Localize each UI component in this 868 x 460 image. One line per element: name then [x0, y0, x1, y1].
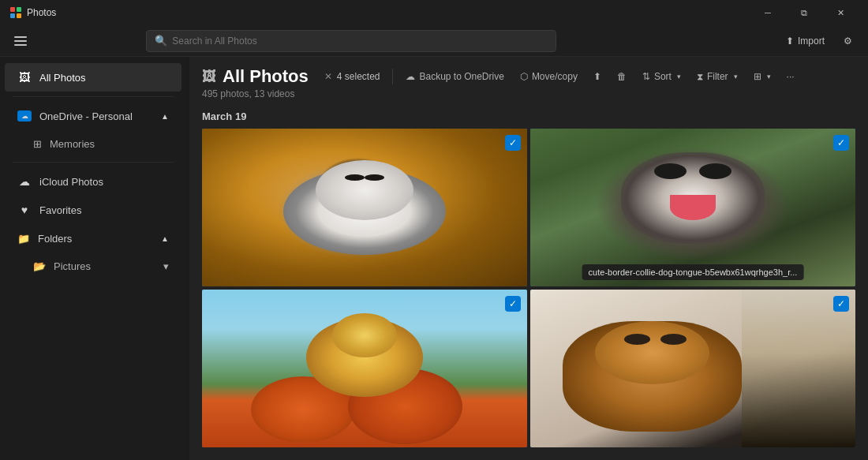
content-area: 🖼 All Photos ✕ 4 selected ☁ Backup to On…: [189, 57, 868, 460]
more-button[interactable]: ···: [780, 68, 801, 85]
search-icon: 🔍: [155, 35, 167, 47]
sidebar-item-favorites[interactable]: ♥ Favorites: [5, 196, 181, 224]
photo-checkbox-2[interactable]: ✓: [833, 135, 849, 151]
svg-rect-6: [14, 44, 27, 46]
photo-item-3[interactable]: ✓: [202, 290, 527, 447]
heart-icon: ♥: [17, 204, 32, 216]
photo-item-4[interactable]: ✓: [530, 290, 855, 447]
sidebar-item-onedrive[interactable]: ☁ OneDrive - Personal ▲: [5, 102, 181, 130]
delete-button[interactable]: 🗑: [611, 68, 633, 85]
onedrive-icon: ☁: [17, 110, 32, 122]
search-input[interactable]: [172, 36, 548, 47]
close-selection-icon[interactable]: ✕: [324, 71, 332, 82]
move-icon: ⬡: [520, 71, 528, 82]
main-layout: 🖼 All Photos ☁ OneDrive - Personal ▲ ⊞ M…: [0, 57, 868, 460]
sidebar-divider-1: [13, 96, 174, 97]
delete-icon: 🗑: [617, 71, 627, 82]
all-photos-label: All Photos: [39, 72, 86, 84]
photo-checkbox-3[interactable]: ✓: [505, 296, 521, 312]
sort-icon: ⇅: [642, 71, 650, 82]
photo-grid: ✓ ✓ cute-border-collie-dog-tongue-b5ewbx…: [189, 129, 868, 460]
title-icon: 🖼: [202, 69, 216, 85]
share-button[interactable]: ⬆: [587, 68, 608, 85]
photos-icon: 🖼: [17, 71, 32, 84]
svg-rect-4: [14, 36, 27, 38]
title-row: 🖼 All Photos ✕ 4 selected ☁ Backup to On…: [202, 66, 855, 87]
sidebar: 🖼 All Photos ☁ OneDrive - Personal ▲ ⊞ M…: [0, 57, 186, 460]
filter-icon: ⧗: [697, 71, 703, 82]
menu-icon: [14, 36, 27, 46]
svg-rect-3: [17, 13, 21, 18]
photo-item-1[interactable]: ✓: [202, 129, 527, 286]
title-text: All Photos: [223, 66, 309, 87]
photo-item-2[interactable]: ✓ cute-border-collie-dog-tongue-b5ewbx61…: [530, 129, 855, 286]
settings-icon: ⚙: [844, 36, 852, 47]
selected-count-label: 4 selected: [337, 71, 380, 82]
sidebar-item-all-photos[interactable]: 🖼 All Photos: [5, 63, 181, 92]
sort-label: Sort: [654, 71, 672, 82]
chevron-up-icon-2: ▲: [161, 234, 169, 243]
selection-count: ✕ 4 selected: [324, 71, 380, 82]
icloud-icon: ☁: [17, 175, 32, 188]
minimize-button[interactable]: ─: [750, 0, 786, 25]
sidebar-divider-2: [13, 162, 174, 163]
divider-1: [392, 69, 393, 84]
close-button[interactable]: ✕: [822, 0, 859, 25]
chevron-down-icon: ▾: [163, 260, 169, 272]
svg-rect-5: [14, 40, 27, 42]
sidebar-item-folders[interactable]: 📁 Folders ▲: [5, 224, 181, 252]
folders-label: Folders: [38, 233, 72, 245]
memories-label: Memories: [50, 138, 95, 150]
memories-icon: ⊞: [33, 138, 42, 150]
section-date: March 19: [189, 106, 868, 129]
import-icon: ⬆: [786, 36, 794, 47]
icloud-label: iCloud Photos: [39, 176, 103, 188]
search-bar[interactable]: 🔍: [146, 30, 556, 52]
import-label: Import: [798, 36, 825, 47]
pictures-label: Pictures: [54, 260, 91, 272]
move-copy-label: Move/copy: [532, 71, 578, 82]
folder-icon: 📁: [17, 233, 30, 245]
photos-app-icon: [9, 6, 22, 19]
view-icon: ⊞: [754, 71, 761, 82]
app-title: Photos: [27, 7, 56, 18]
sidebar-item-icloud[interactable]: ☁ iCloud Photos: [5, 167, 181, 196]
favorites-label: Favorites: [39, 204, 81, 216]
onedrive-label: OneDrive - Personal: [39, 110, 133, 122]
settings-button[interactable]: ⚙: [837, 32, 859, 50]
backup-label: Backup to OneDrive: [419, 71, 503, 82]
photo-checkbox-1[interactable]: ✓: [505, 135, 521, 151]
sort-button[interactable]: ⇅ Sort: [636, 68, 687, 85]
backup-icon: ☁: [406, 71, 415, 82]
content-header: 🖼 All Photos ✕ 4 selected ☁ Backup to On…: [189, 57, 868, 106]
photo-count: 495 photos, 13 videos: [202, 88, 855, 99]
backup-button[interactable]: ☁ Backup to OneDrive: [399, 68, 510, 85]
page-title: 🖼 All Photos: [202, 66, 309, 87]
svg-rect-2: [10, 13, 15, 18]
app-icon: Photos: [9, 6, 56, 19]
sidebar-item-pictures[interactable]: 📂 Pictures ▾: [5, 252, 181, 279]
photo-checkbox-4[interactable]: ✓: [833, 296, 849, 312]
pictures-folder-icon: 📂: [33, 260, 46, 272]
titlebar: Photos ─ ⧉ ✕: [0, 0, 868, 25]
more-icon: ···: [787, 71, 795, 82]
move-copy-button[interactable]: ⬡ Move/copy: [514, 68, 584, 85]
window-controls: ─ ⧉ ✕: [750, 0, 859, 25]
sidebar-item-memories[interactable]: ⊞ Memories: [5, 130, 181, 157]
chevron-up-icon: ▲: [161, 112, 169, 121]
topbar-right: ⬆ Import ⚙: [780, 32, 859, 50]
svg-rect-0: [10, 7, 15, 12]
share-icon: ⬆: [593, 71, 601, 82]
toolbar: ✕ 4 selected ☁ Backup to OneDrive ⬡ Move…: [324, 68, 855, 85]
restore-button[interactable]: ⧉: [786, 0, 822, 25]
filter-label: Filter: [707, 71, 728, 82]
svg-rect-1: [17, 7, 21, 12]
topbar: 🔍 ⬆ Import ⚙: [0, 25, 868, 57]
filter-button[interactable]: ⧗ Filter: [690, 68, 744, 85]
import-button[interactable]: ⬆ Import: [780, 32, 831, 50]
hamburger-button[interactable]: [9, 30, 32, 52]
view-button[interactable]: ⊞: [747, 68, 777, 85]
